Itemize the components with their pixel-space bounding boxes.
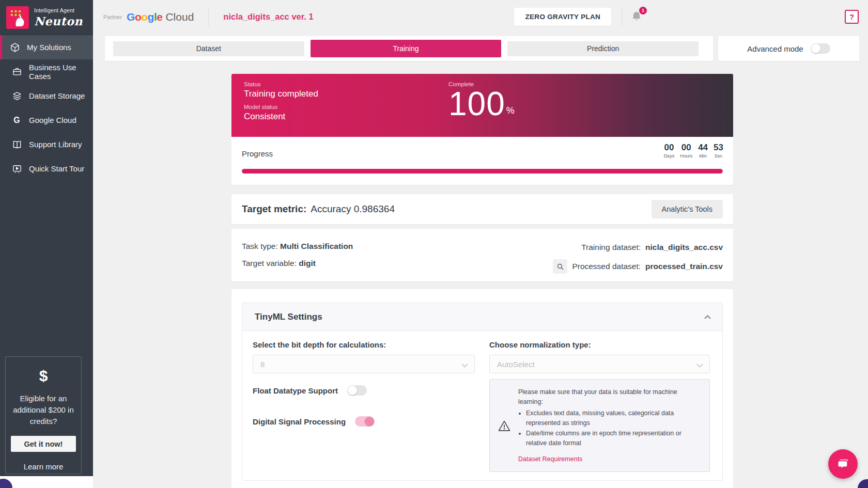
play-screen-icon	[12, 164, 22, 174]
top-header: Partner Google Cloud nicla_digits_acc ve…	[93, 0, 868, 34]
plan-button[interactable]: ZERO GRAVITY PLAN	[514, 8, 611, 26]
advanced-mode-toggle[interactable]	[811, 43, 830, 54]
normalization-select[interactable]: AutoSelect	[489, 355, 710, 373]
sidebar-item-business-use-cases[interactable]: Business Use Cases	[0, 59, 93, 84]
sidebar-item-support-library[interactable]: Support Library	[0, 132, 93, 156]
task-type-label: Task type:	[242, 242, 280, 250]
chat-launcher-button[interactable]	[828, 449, 858, 479]
percent-sign: %	[506, 105, 515, 116]
layers-icon	[12, 91, 22, 101]
advanced-mode-label: Advanced mode	[747, 44, 803, 53]
book-icon	[12, 139, 22, 150]
notifications-bell[interactable]: 1	[630, 10, 644, 24]
help-button[interactable]: ?	[845, 10, 859, 24]
google-cloud-logo: Google Cloud	[127, 11, 194, 23]
timer-hours: 00	[680, 143, 692, 153]
sidebar-nav: My Solutions Business Use Cases Dataset …	[0, 35, 93, 181]
tab-prediction[interactable]: Prediction	[507, 41, 699, 56]
status-value: Training completed	[244, 89, 318, 99]
warning-bullet: Excludes text data, missing values, cate…	[526, 408, 701, 429]
target-metric-value: Accuracy 0.986364	[311, 203, 395, 214]
chat-bubble-icon	[835, 456, 851, 472]
float-support-label: Float Datatype Support	[253, 386, 338, 395]
google-g-icon: G	[12, 115, 22, 125]
dollar-icon: $	[11, 367, 76, 385]
corner-widget-right[interactable]	[858, 479, 868, 488]
credits-promo-card: $ Eligible for an additional $200 in cre…	[5, 356, 82, 474]
project-name[interactable]: nicla_digits_acc ver. 1	[223, 12, 313, 22]
sidebar: Intelligent Agent Neuton My Solutions Bu…	[0, 0, 93, 476]
training-status-banner: Status Training completed Model status C…	[231, 74, 733, 137]
tinyml-settings-section: TinyML Settings Select the bit depth for…	[242, 303, 723, 481]
learn-more-link[interactable]: Learn more	[11, 462, 76, 471]
complete-value: 100	[448, 88, 505, 120]
notification-badge: 1	[639, 7, 647, 14]
search-icon	[556, 263, 564, 271]
sidebar-item-quick-start-tour[interactable]: Quick Start Tour	[0, 156, 93, 181]
sidebar-bottom-strip	[0, 476, 93, 488]
timer-min: 44	[698, 143, 708, 153]
normalization-label: Choose normalization type:	[489, 340, 710, 349]
dsp-label: Digital Signal Processing	[253, 417, 346, 426]
chevron-up-icon[interactable]	[704, 315, 711, 322]
sidebar-item-label: My Solutions	[27, 43, 71, 52]
training-dataset-label: Training dataset:	[581, 243, 641, 252]
model-status-label: Model status	[244, 104, 318, 110]
progress-label: Progress	[242, 149, 273, 158]
warning-bullet: Date/time columns are in epoch time repr…	[526, 429, 701, 449]
sidebar-item-label: Dataset Storage	[29, 91, 85, 100]
task-type-value: Multi Classification	[280, 242, 353, 250]
bit-depth-select[interactable]: 8	[253, 355, 475, 373]
google-logo-letters: Google	[127, 11, 162, 23]
dataset-requirements-link[interactable]: Dataset Requirements	[518, 454, 582, 464]
brand-tagline: Intelligent Agent	[34, 7, 83, 13]
tab-bar: Dataset Training Prediction	[105, 36, 713, 61]
target-metric-label: Target metric:	[242, 203, 306, 214]
float-support-toggle[interactable]	[347, 385, 367, 396]
processed-dataset-value: processed_train.csv	[645, 262, 723, 271]
tab-training[interactable]: Training	[311, 40, 502, 57]
chevron-down-icon	[696, 361, 703, 368]
get-it-now-button[interactable]: Get it now!	[11, 436, 76, 452]
progress-card: Progress 00Days 00Hours 44Min 53Sec	[231, 137, 733, 185]
header-divider	[208, 8, 209, 26]
status-label: Status	[244, 81, 318, 87]
progress-bar	[242, 169, 723, 174]
settings-card: TinyML Settings Select the bit depth for…	[231, 289, 733, 488]
sidebar-item-label: Google Cloud	[29, 116, 76, 124]
brand-name: Neuton	[34, 14, 83, 28]
sidebar-item-google-cloud[interactable]: G Google Cloud	[0, 108, 93, 132]
timer-sec: 53	[714, 143, 723, 153]
warning-intro: Please make sure that your data is suita…	[518, 387, 701, 407]
sidebar-item-label: Business Use Cases	[29, 63, 93, 81]
sidebar-item-label: Quick Start Tour	[29, 164, 84, 173]
target-variable-label: Target variable:	[242, 259, 299, 267]
target-metric-card: Target metric:Accuracy 0.986364 Analytic…	[231, 194, 733, 224]
partner-label: Partner	[103, 14, 122, 20]
tab-dataset[interactable]: Dataset	[113, 41, 304, 56]
preview-dataset-button[interactable]	[553, 259, 567, 274]
analytics-tools-button[interactable]: Analytic's Tools	[652, 200, 723, 218]
tinyml-settings-header[interactable]: TinyML Settings	[242, 303, 722, 331]
target-variable-value: digit	[299, 259, 316, 267]
cube-icon	[10, 42, 20, 53]
data-warning-box: Please make sure that your data is suita…	[489, 379, 710, 472]
sidebar-item-label: Support Library	[29, 140, 82, 149]
dsp-toggle[interactable]	[355, 416, 375, 427]
warning-triangle-icon	[497, 419, 512, 433]
sidebar-item-dataset-storage[interactable]: Dataset Storage	[0, 84, 93, 108]
neuton-logo-icon	[6, 6, 29, 29]
advanced-mode-card: Advanced mode	[718, 36, 859, 61]
model-status-value: Consistent	[244, 112, 318, 122]
normalization-value: AutoSelect	[497, 360, 535, 369]
processed-dataset-label: Processed dataset:	[572, 262, 641, 271]
bit-depth-label: Select the bit depth for calculations:	[253, 340, 475, 349]
elapsed-timer: 00Days 00Hours 44Min 53Sec	[664, 143, 723, 159]
bit-depth-value: 8	[260, 360, 265, 369]
header-divider	[622, 8, 622, 26]
task-info-card: Task type: Multi Classification Target v…	[231, 229, 733, 281]
tinyml-settings-title: TinyML Settings	[255, 312, 322, 322]
progress-bar-fill	[242, 169, 723, 174]
brand-logo[interactable]: Intelligent Agent Neuton	[0, 0, 93, 35]
sidebar-item-my-solutions[interactable]: My Solutions	[0, 35, 93, 59]
